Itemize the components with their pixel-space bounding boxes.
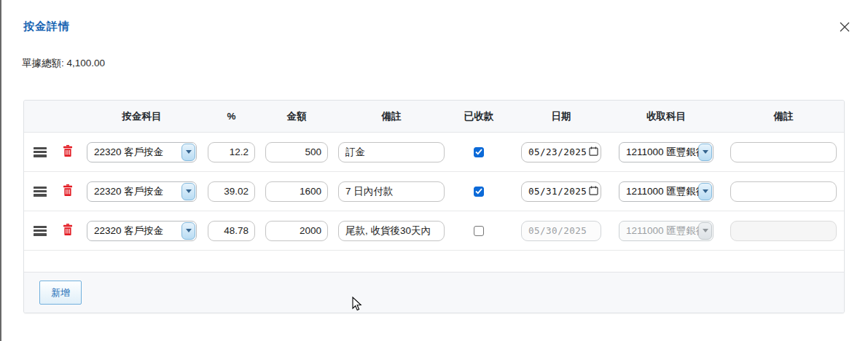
remark-input[interactable] bbox=[338, 181, 445, 202]
amount-input[interactable] bbox=[265, 181, 328, 202]
remark2-input bbox=[730, 221, 837, 241]
header-amount: 金額 bbox=[265, 110, 328, 123]
date-input: 05/30/2025 bbox=[521, 221, 601, 241]
collect-account-select[interactable]: 1211000 匯豐銀行 bbox=[619, 181, 713, 202]
percent-input[interactable] bbox=[208, 221, 255, 241]
received-checkbox[interactable] bbox=[474, 187, 484, 197]
deposit-account-select[interactable]: 22320 客戶按金 bbox=[87, 181, 197, 202]
trash-icon[interactable] bbox=[63, 184, 73, 199]
deposit-details-modal: 按金詳情 單據總額: 4,100.00 按金科目 % 金額 備註 已收款 日期 … bbox=[0, 0, 868, 341]
date-value: 05/23/2025 bbox=[528, 146, 587, 157]
dropdown-arrow-icon[interactable] bbox=[181, 222, 195, 240]
header-remark: 備註 bbox=[338, 110, 445, 123]
remark2-input[interactable] bbox=[730, 181, 837, 202]
percent-input[interactable] bbox=[208, 181, 255, 202]
drag-handle-icon[interactable] bbox=[34, 187, 47, 197]
deposit-account-value: 22320 客戶按金 bbox=[94, 222, 163, 240]
dropdown-arrow-icon[interactable] bbox=[698, 144, 712, 161]
date-input[interactable]: 05/31/2025 bbox=[521, 181, 601, 202]
deposit-account-select[interactable]: 22320 客戶按金 bbox=[87, 142, 197, 162]
page-title: 按金詳情 bbox=[23, 20, 70, 34]
received-checkbox[interactable] bbox=[474, 147, 484, 157]
collect-account-select: 1211000 匯豐銀行 bbox=[619, 221, 713, 241]
calendar-icon[interactable] bbox=[589, 146, 598, 159]
collect-account-value: 1211000 匯豐銀行 bbox=[626, 222, 705, 240]
table-row: 22320 客戶按金 05/23/2025 1211000 匯豐銀行 bbox=[24, 133, 844, 172]
amount-input[interactable] bbox=[265, 142, 328, 162]
add-row-button[interactable]: 新增 bbox=[39, 281, 82, 305]
header-percent: % bbox=[208, 111, 255, 122]
dropdown-arrow-icon bbox=[698, 222, 712, 240]
date-value: 05/31/2025 bbox=[528, 186, 587, 197]
deposit-account-value: 22320 客戶按金 bbox=[94, 143, 163, 162]
drag-handle-icon[interactable] bbox=[34, 147, 47, 157]
table-row: 22320 客戶按金 05/31/2025 1211000 匯豐銀行 bbox=[24, 172, 844, 211]
document-total: 單據總額: 4,100.00 bbox=[22, 57, 105, 70]
window-left-edge bbox=[0, 0, 1, 341]
trash-icon[interactable] bbox=[63, 145, 73, 160]
close-icon[interactable] bbox=[837, 19, 853, 35]
trash-icon[interactable] bbox=[63, 224, 73, 238]
date-value: 05/30/2025 bbox=[528, 225, 595, 236]
remark-input[interactable] bbox=[338, 221, 445, 241]
table-header-row: 按金科目 % 金額 備註 已收款 日期 收取科目 備註 bbox=[24, 101, 844, 133]
amount-input[interactable] bbox=[265, 221, 328, 241]
deposit-account-select[interactable]: 22320 客戶按金 bbox=[87, 221, 197, 241]
header-received: 已收款 bbox=[452, 110, 506, 123]
table-footer: 新增 bbox=[24, 272, 844, 313]
remark2-input[interactable] bbox=[730, 142, 837, 162]
dropdown-arrow-icon[interactable] bbox=[181, 144, 195, 161]
header-collect-account: 收取科目 bbox=[619, 110, 713, 123]
percent-input[interactable] bbox=[208, 142, 255, 162]
date-input[interactable]: 05/23/2025 bbox=[521, 142, 601, 162]
remark-input[interactable] bbox=[338, 142, 445, 162]
document-total-label: 單據總額: bbox=[22, 58, 64, 68]
collect-account-select[interactable]: 1211000 匯豐銀行 bbox=[619, 142, 713, 162]
dropdown-arrow-icon[interactable] bbox=[181, 183, 195, 200]
empty-row-area bbox=[24, 251, 844, 272]
deposit-table: 按金科目 % 金額 備註 已收款 日期 收取科目 備註 22320 客戶按金 bbox=[23, 100, 845, 313]
table-row: 22320 客戶按金 05/30/2025 1211000 匯豐銀行 bbox=[24, 211, 844, 251]
collect-account-value: 1211000 匯豐銀行 bbox=[626, 182, 705, 201]
drag-handle-icon[interactable] bbox=[34, 226, 47, 236]
received-checkbox[interactable] bbox=[474, 226, 484, 236]
header-remark2: 備註 bbox=[730, 110, 837, 123]
deposit-account-value: 22320 客戶按金 bbox=[94, 182, 163, 201]
document-total-value: 4,100.00 bbox=[67, 58, 106, 68]
header-date: 日期 bbox=[521, 110, 601, 123]
dropdown-arrow-icon[interactable] bbox=[698, 183, 712, 200]
calendar-icon[interactable] bbox=[589, 185, 598, 198]
collect-account-value: 1211000 匯豐銀行 bbox=[626, 143, 705, 162]
header-deposit-account: 按金科目 bbox=[87, 110, 197, 123]
